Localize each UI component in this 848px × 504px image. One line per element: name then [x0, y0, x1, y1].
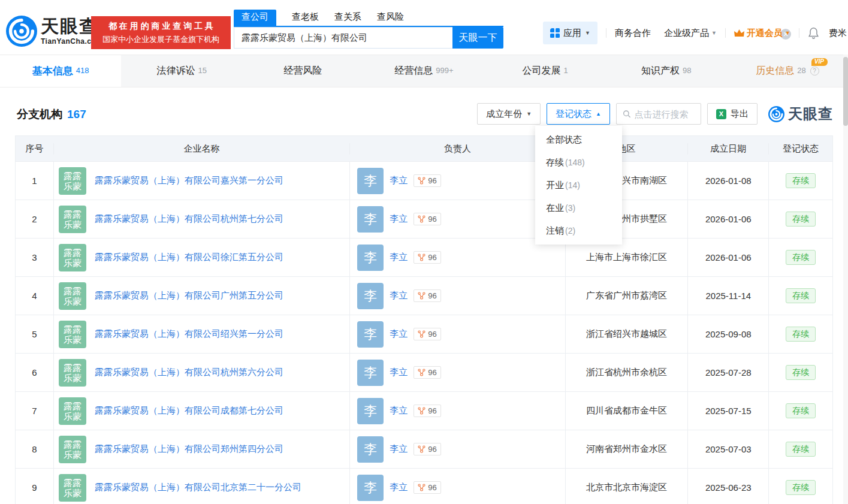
relationship-graph-chip[interactable]: 96 [414, 405, 440, 417]
person-name-link[interactable]: 李立 [390, 252, 408, 263]
status-cell: 存续 [768, 162, 832, 200]
nav-enterprise-products[interactable]: 企业级产品 ▼ [664, 28, 717, 39]
chevron-down-icon: ▼ [526, 111, 532, 117]
search-tab-company[interactable]: 查公司 [234, 10, 276, 26]
tab-label: 经营信息 [394, 65, 433, 77]
company-avatar[interactable]: 露露乐蒙 [59, 282, 86, 310]
dropdown-item-cancelled[interactable]: 注销 (2) [535, 219, 622, 242]
tab-operation-risk[interactable]: 经营风险 [242, 55, 363, 87]
person-name-link[interactable]: 李立 [390, 405, 408, 417]
export-button[interactable]: X 导出 [707, 103, 758, 125]
company-name-link[interactable]: 露露乐蒙贸易（上海）有限公司杭州第六分公司 [95, 367, 283, 378]
region-cell: 浙江省杭州市余杭区 [565, 354, 688, 391]
person-avatar[interactable]: 李 [357, 245, 384, 271]
person-name-link[interactable]: 李立 [390, 367, 408, 378]
company-tabbar: 基本信息 418 法律诉讼 15 经营风险 经营信息 999+ 公司发展 1 知… [0, 55, 848, 87]
table-row: 7 露露乐蒙 露露乐蒙贸易（上海）有限公司成都第七分公司 李 李立 [16, 391, 832, 430]
person-name-link[interactable]: 李立 [390, 482, 408, 493]
apps-grid-icon [550, 28, 560, 38]
dropdown-item-all[interactable]: 全部状态 [535, 128, 622, 151]
company-avatar-text: 露露乐蒙 [63, 363, 82, 383]
nav-open-vip[interactable]: 开通会员 ▼ [734, 28, 790, 39]
person-avatar[interactable]: 李 [357, 398, 384, 424]
company-name-link[interactable]: 露露乐蒙贸易（上海）有限公司郑州第四分公司 [95, 443, 283, 455]
company-avatar[interactable]: 露露乐蒙 [59, 167, 86, 195]
year-filter-button[interactable]: 成立年份 ▼ [477, 103, 541, 125]
nav-cooperation[interactable]: 商务合作 [615, 28, 651, 39]
person-name-link[interactable]: 李立 [390, 443, 408, 455]
company-avatar[interactable]: 露露乐蒙 [59, 397, 86, 425]
person-avatar[interactable]: 李 [357, 360, 384, 386]
dropdown-item-existing[interactable]: 存续 (148) [535, 151, 622, 174]
column-header-person: 负责人 [349, 143, 565, 155]
relationship-graph-chip[interactable]: 96 [414, 289, 440, 302]
tab-count: 28 [797, 66, 805, 75]
relationship-graph-chip[interactable]: 96 [414, 443, 440, 455]
search-tab-boss[interactable]: 查老板 [292, 10, 319, 26]
person-avatar[interactable]: 李 [357, 168, 384, 194]
relationship-graph-chip[interactable]: 96 [414, 251, 440, 264]
region-cell: 四川省成都市金牛区 [565, 392, 688, 430]
search-tab-risk[interactable]: 查风险 [377, 10, 404, 26]
company-search-input[interactable] [234, 27, 452, 49]
table-row: 2 露露乐蒙 露露乐蒙贸易（上海）有限公司杭州第七分公司 李 李立 [16, 200, 832, 238]
scrollbar-thumb[interactable] [843, 57, 848, 126]
tab-legal[interactable]: 法律诉讼 15 [121, 55, 242, 87]
tab-history-info[interactable]: VIP 历史信息 28 ? [727, 55, 848, 87]
bell-icon[interactable] [808, 27, 819, 39]
tab-basic-info[interactable]: 基本信息 418 [0, 55, 121, 87]
dropdown-item-inbusiness[interactable]: 在业 (3) [535, 197, 622, 219]
search-submit-button[interactable]: 天眼一下 [452, 27, 503, 49]
tab-count: 98 [683, 66, 691, 75]
company-avatar[interactable]: 露露乐蒙 [59, 436, 86, 463]
company-avatar[interactable]: 露露乐蒙 [59, 359, 86, 387]
table-row: 6 露露乐蒙 露露乐蒙贸易（上海）有限公司杭州第六分公司 李 李立 [16, 353, 832, 391]
status-filter-button[interactable]: 登记状态 ▲ [547, 103, 610, 125]
excel-icon: X [716, 109, 726, 119]
company-avatar[interactable]: 露露乐蒙 [59, 474, 86, 502]
table-search-input[interactable] [634, 109, 695, 119]
company-avatar[interactable]: 露露乐蒙 [59, 206, 86, 233]
person-name-link[interactable]: 李立 [390, 213, 408, 225]
company-name-link[interactable]: 露露乐蒙贸易（上海）有限公司嘉兴第一分公司 [95, 175, 283, 186]
company-avatar[interactable]: 露露乐蒙 [59, 321, 86, 348]
person-avatar[interactable]: 李 [357, 475, 384, 501]
person-avatar[interactable]: 李 [357, 436, 384, 463]
apps-menu[interactable]: 应用 ▼ [543, 22, 597, 44]
tianyancha-logo[interactable]: 天眼查 TianYanCha.com [6, 16, 102, 47]
company-name-link[interactable]: 露露乐蒙贸易（上海）有限公司徐汇第五分公司 [95, 252, 283, 263]
tab-operation-info[interactable]: 经营信息 999+ [363, 55, 484, 87]
person-name-link[interactable]: 李立 [390, 290, 408, 301]
company-name-link[interactable]: 露露乐蒙贸易（上海）有限公司绍兴第一分公司 [95, 328, 283, 340]
tab-intellectual-property[interactable]: 知识产权 98 [606, 55, 727, 87]
chevron-down-icon: ▼ [585, 30, 590, 36]
status-badge: 存续 [786, 365, 816, 380]
relationship-graph-chip[interactable]: 96 [414, 328, 440, 340]
person-name-link[interactable]: 李立 [390, 175, 408, 186]
person-avatar[interactable]: 李 [357, 321, 384, 348]
relationship-graph-chip[interactable]: 96 [414, 213, 440, 225]
status-badge: 存续 [786, 288, 816, 303]
company-name-link[interactable]: 露露乐蒙贸易（上海）有限公司北京第二十一分公司 [95, 482, 301, 493]
person-avatar[interactable]: 李 [357, 206, 384, 233]
company-avatar-text: 露露乐蒙 [63, 248, 82, 268]
company-name-link[interactable]: 露露乐蒙贸易（上海）有限公司广州第五分公司 [95, 290, 283, 301]
person-name-link[interactable]: 李立 [390, 328, 408, 340]
company-name-link[interactable]: 露露乐蒙贸易（上海）有限公司杭州第七分公司 [95, 213, 283, 225]
person-avatar[interactable]: 李 [357, 283, 384, 309]
relationship-graph-chip[interactable]: 96 [414, 174, 440, 187]
relationship-graph-chip[interactable]: 96 [414, 366, 440, 379]
table-search-box[interactable] [616, 103, 701, 125]
relationship-graph-chip[interactable]: 96 [414, 481, 440, 494]
tab-company-development[interactable]: 公司发展 1 [485, 55, 606, 87]
person-cell: 李 李立 96 [349, 277, 565, 315]
nav-user-menu[interactable]: 费米 ▼ [829, 28, 848, 39]
row-number: 5 [16, 315, 53, 353]
company-avatar[interactable]: 露露乐蒙 [59, 244, 86, 271]
help-icon[interactable]: ? [810, 67, 819, 76]
table-row: 4 露露乐蒙 露露乐蒙贸易（上海）有限公司广州第五分公司 李 李立 [16, 276, 832, 315]
company-name-link[interactable]: 露露乐蒙贸易（上海）有限公司成都第七分公司 [95, 405, 283, 417]
dropdown-item-open[interactable]: 开业 (14) [535, 174, 622, 197]
search-tab-relation[interactable]: 查关系 [334, 10, 361, 26]
region-cell: 北京市北京市海淀区 [565, 469, 688, 504]
